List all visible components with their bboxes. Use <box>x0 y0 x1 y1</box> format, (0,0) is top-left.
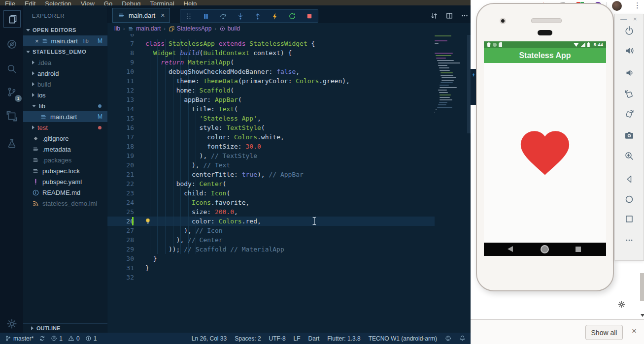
menu-debug[interactable]: Debug <box>122 0 140 5</box>
status-item-error[interactable]: 1 <box>51 335 63 342</box>
tab-main-dart[interactable]: main.dart × <box>112 8 170 23</box>
tree-item--gitignore[interactable]: .gitignore <box>23 133 107 144</box>
tool-overview[interactable] <box>623 213 635 225</box>
gear-icon[interactable] <box>617 300 626 309</box>
activity-settings[interactable] <box>3 315 20 332</box>
open-editor-item[interactable]: ×main.dartlibM <box>23 35 107 46</box>
menu-file[interactable]: File <box>5 0 15 5</box>
tree-item-ios[interactable]: ios <box>23 90 107 100</box>
status-item-ln[interactable]: Ln 26, Col 33 <box>192 335 227 342</box>
back-icon[interactable] <box>508 246 513 252</box>
outline-section[interactable]: OUTLINE <box>23 323 107 333</box>
more-actions-icon[interactable] <box>461 12 469 20</box>
debug-step-over[interactable] <box>219 12 227 20</box>
activity-test-explorer[interactable] <box>3 135 20 152</box>
status-item-bell[interactable] <box>459 335 466 342</box>
kebab-menu-icon[interactable]: ⋮ <box>634 1 641 10</box>
tree-item-lib[interactable]: lib <box>23 100 107 111</box>
tree-item-test[interactable]: test <box>23 122 107 133</box>
debug-pause[interactable] <box>202 12 210 20</box>
activity-search[interactable] <box>3 61 20 77</box>
tree-item--packages[interactable]: .packages <box>23 155 107 165</box>
debug-bolt[interactable] <box>271 12 279 20</box>
tree-item-android[interactable]: android <box>23 68 107 79</box>
menu-go[interactable]: Go <box>104 0 112 5</box>
minimap[interactable] <box>435 34 467 333</box>
status-item-warning[interactable]: 0 <box>68 335 80 342</box>
close-icon[interactable]: × <box>35 37 39 45</box>
status-item-smiley[interactable] <box>445 335 451 342</box>
breadcrumb-item-main-dart[interactable]: main.dart <box>128 25 161 32</box>
status-item-utf-8[interactable]: UTF-8 <box>269 335 286 342</box>
tool-rotate-left[interactable] <box>623 89 635 100</box>
tool-zoom-in[interactable] <box>623 150 635 162</box>
split-editor-icon[interactable] <box>445 12 453 20</box>
debug-restart[interactable] <box>288 12 296 20</box>
scrollbar-thumb[interactable] <box>640 273 644 301</box>
gear-icon[interactable] <box>617 300 626 309</box>
breadcrumb-item-lib[interactable]: lib <box>114 25 120 32</box>
breadcrumb-item-statelessapp[interactable]: StatelessApp <box>169 25 212 32</box>
debug-step-into[interactable] <box>237 12 244 20</box>
activity-source-control[interactable]: 1 <box>3 84 20 100</box>
debug-stop[interactable] <box>305 12 313 20</box>
activity-debug[interactable] <box>3 36 20 52</box>
status-item-dart[interactable]: Dart <box>308 335 320 342</box>
phone-screen[interactable]: 5:44 Stateless App <box>484 41 606 256</box>
recents-icon[interactable] <box>576 247 581 252</box>
scroll-down-arrow[interactable] <box>641 314 644 317</box>
close-icon[interactable]: × <box>632 326 637 336</box>
menu-help[interactable]: Help <box>184 0 197 5</box>
tool-rotate-right[interactable] <box>623 108 635 120</box>
menu-selection[interactable]: Selection <box>45 0 71 5</box>
menu-view[interactable]: View <box>81 0 95 5</box>
tree-item-pubspec-lock[interactable]: pubspec.lock <box>23 165 107 176</box>
status-item-branch[interactable]: master* <box>5 335 34 342</box>
line-number: 9 <box>107 58 137 67</box>
menu-edit[interactable]: Edit <box>25 0 35 5</box>
activity-explorer[interactable] <box>3 10 21 28</box>
close-icon[interactable]: × <box>633 15 637 23</box>
status-item-info[interactable]: 1 <box>85 335 97 342</box>
activity-editor-layout[interactable] <box>3 108 20 124</box>
tree-item-pubspec-yaml[interactable]: pubspec.yaml <box>23 176 107 187</box>
tool-power[interactable] <box>623 25 635 36</box>
scrollbar-thumb[interactable] <box>467 35 471 133</box>
tree-item--metadata[interactable]: .metadata <box>23 144 107 155</box>
tool-camera[interactable] <box>623 129 635 141</box>
menu-terminal[interactable]: Terminal <box>150 0 174 5</box>
tool-back[interactable] <box>623 173 635 185</box>
chevron-right-icon <box>32 82 34 86</box>
minimize-icon[interactable]: — <box>620 15 627 23</box>
tree-item-stateless-demo-iml[interactable]: stateless_demo.iml <box>23 198 107 209</box>
status-item-tecno[interactable]: TECNO W1 (android-arm) <box>369 335 437 342</box>
debug-step-out[interactable] <box>254 12 262 20</box>
show-all-button[interactable]: Show all <box>585 325 623 340</box>
code-editor[interactable]: 67class StatelessApp extends StatelessWi… <box>107 34 471 333</box>
open-editors-header[interactable]: OPEN EDITORS <box>23 25 107 35</box>
tool-more[interactable] <box>623 234 635 246</box>
project-header[interactable]: STATELESS_DEMO <box>23 46 107 57</box>
tree-item--idea[interactable]: .idea <box>23 57 107 68</box>
close-icon[interactable]: × <box>161 11 165 19</box>
avatar[interactable] <box>612 1 622 11</box>
breadcrumb-item-build[interactable]: build <box>219 25 240 32</box>
code-line: 27 ), // Icon <box>107 226 471 235</box>
lightbulb-icon[interactable] <box>144 217 152 225</box>
status-label: LF <box>294 335 301 342</box>
tree-item-readme-md[interactable]: README.md <box>23 187 107 198</box>
switch-editor-icon[interactable] <box>430 12 438 20</box>
code-text: )); // Scaffold // MaterialApp <box>137 245 284 254</box>
home-icon[interactable] <box>541 245 549 253</box>
status-item-lf[interactable]: LF <box>294 335 301 342</box>
tool-volume-down[interactable] <box>623 67 635 79</box>
status-item-flutter[interactable]: Flutter: 1.3.8 <box>327 335 360 342</box>
status-item-sync[interactable] <box>39 335 45 342</box>
tree-item-build[interactable]: build <box>23 79 107 90</box>
code-line: 14 title: Text( <box>107 104 471 114</box>
code-line: 32 <box>107 273 471 282</box>
status-item-spaces[interactable]: Spaces: 2 <box>235 335 261 342</box>
tool-home[interactable] <box>623 193 635 205</box>
tool-volume-up[interactable] <box>623 45 635 57</box>
tree-item-main-dart[interactable]: main.dartM <box>23 111 107 122</box>
